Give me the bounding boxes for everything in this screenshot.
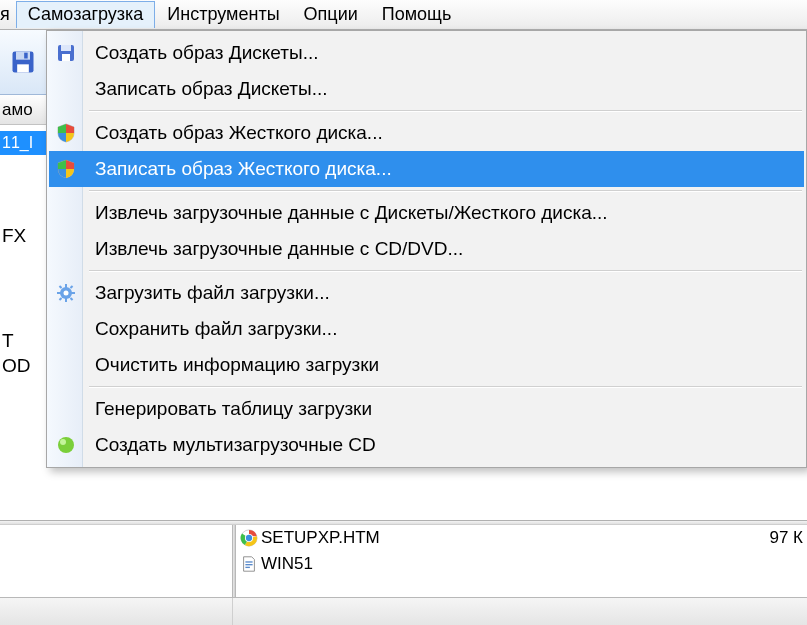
menu-item-label: Очистить информацию загрузки — [95, 354, 379, 376]
svg-rect-22 — [245, 561, 252, 562]
menu-item-label: Создать образ Дискеты... — [95, 42, 318, 64]
bootable-dropdown: Создать образ Дискеты... Записать образ … — [46, 30, 807, 468]
svg-point-8 — [64, 291, 69, 296]
save-icon[interactable] — [9, 48, 37, 76]
svg-point-17 — [58, 437, 74, 453]
svg-rect-9 — [65, 284, 67, 288]
menu-item-label: Записать образ Дискеты... — [95, 78, 327, 100]
left-header-fragment: амо — [0, 95, 46, 125]
menu-write-hdd-image[interactable]: Записать образ Жесткого диска... — [49, 151, 804, 187]
svg-rect-12 — [71, 292, 75, 294]
selected-item-fragment[interactable]: 11_I — [0, 131, 46, 155]
svg-rect-16 — [59, 297, 63, 301]
file-icon — [237, 555, 261, 573]
svg-point-18 — [60, 439, 66, 445]
toolbar-fragment — [0, 30, 46, 95]
svg-rect-10 — [65, 298, 67, 302]
menu-separator — [89, 386, 802, 388]
selected-item-text: 11_I — [2, 134, 33, 152]
file-size: 97 К — [769, 528, 803, 548]
menu-remnant[interactable]: я — [0, 1, 16, 28]
menu-create-floppy-image[interactable]: Создать образ Дискеты... — [49, 35, 804, 71]
file-list: SETUPXP.HTM 97 К WIN51 — [237, 525, 807, 605]
menu-extract-boot-floppy-hdd[interactable]: Извлечь загрузочные данные с Дискеты/Жес… — [49, 195, 804, 231]
svg-rect-11 — [57, 292, 61, 294]
menu-separator — [89, 190, 802, 192]
svg-rect-5 — [61, 45, 71, 51]
svg-rect-24 — [245, 567, 250, 568]
menu-write-floppy-image[interactable]: Записать образ Дискеты... — [49, 71, 804, 107]
menu-separator — [89, 110, 802, 112]
chrome-icon — [237, 529, 261, 547]
file-row[interactable]: WIN51 — [237, 551, 807, 577]
menu-item-label: Сохранить файл загрузки... — [95, 318, 337, 340]
menu-item-label: Создать образ Жесткого диска... — [95, 122, 383, 144]
fx-label: FX — [2, 225, 26, 247]
shield-icon — [55, 122, 77, 144]
status-divider — [232, 598, 233, 625]
svg-point-21 — [246, 535, 252, 541]
left-header-text: амо — [2, 100, 33, 120]
file-name: SETUPXP.HTM — [261, 528, 380, 548]
menu-tools[interactable]: Инструменты — [155, 1, 291, 28]
menu-save-boot-file[interactable]: Сохранить файл загрузки... — [49, 311, 804, 347]
menu-clear-boot-info[interactable]: Очистить информацию загрузки — [49, 347, 804, 383]
file-name: WIN51 — [261, 554, 313, 574]
status-bar — [0, 597, 807, 625]
menu-item-label: Извлечь загрузочные данные с Дискеты/Жес… — [95, 202, 608, 224]
menu-bootable[interactable]: Самозагрузка — [16, 1, 156, 28]
menu-item-label: Записать образ Жесткого диска... — [95, 158, 392, 180]
floppy-icon — [55, 42, 77, 64]
green-dot-icon — [55, 434, 77, 456]
menu-item-label: Извлечь загрузочные данные с CD/DVD... — [95, 238, 463, 260]
menu-extract-boot-cddvd[interactable]: Извлечь загрузочные данные с CD/DVD... — [49, 231, 804, 267]
menu-generate-boot-table[interactable]: Генерировать таблицу загрузки — [49, 391, 804, 427]
menu-options[interactable]: Опции — [292, 1, 370, 28]
svg-rect-6 — [62, 54, 70, 61]
menu-help[interactable]: Помощь — [370, 1, 464, 28]
menu-load-boot-file[interactable]: Загрузить файл загрузки... — [49, 275, 804, 311]
left-panel-fragment: амо 11_I FX T OD — [0, 95, 46, 581]
svg-rect-14 — [70, 297, 74, 301]
gear-icon — [55, 282, 77, 304]
svg-rect-15 — [70, 285, 74, 289]
menu-item-label: Генерировать таблицу загрузки — [95, 398, 372, 420]
menu-separator — [89, 270, 802, 272]
panel-splitter-vertical[interactable] — [232, 525, 236, 597]
svg-rect-13 — [59, 285, 63, 289]
svg-rect-2 — [17, 64, 29, 72]
shield-icon — [55, 158, 77, 180]
menu-create-multiboot-cd[interactable]: Создать мультизагрузочные CD — [49, 427, 804, 463]
svg-rect-1 — [16, 52, 30, 60]
menu-item-label: Загрузить файл загрузки... — [95, 282, 330, 304]
menu-item-label: Создать мультизагрузочные CD — [95, 434, 376, 456]
file-row[interactable]: SETUPXP.HTM 97 К — [237, 525, 807, 551]
menu-create-hdd-image[interactable]: Создать образ Жесткого диска... — [49, 115, 804, 151]
od-label: OD — [2, 355, 31, 377]
t-label: T — [2, 330, 14, 352]
svg-rect-3 — [24, 53, 27, 59]
menubar: я Самозагрузка Инструменты Опции Помощь — [0, 0, 807, 30]
svg-rect-23 — [245, 564, 252, 565]
